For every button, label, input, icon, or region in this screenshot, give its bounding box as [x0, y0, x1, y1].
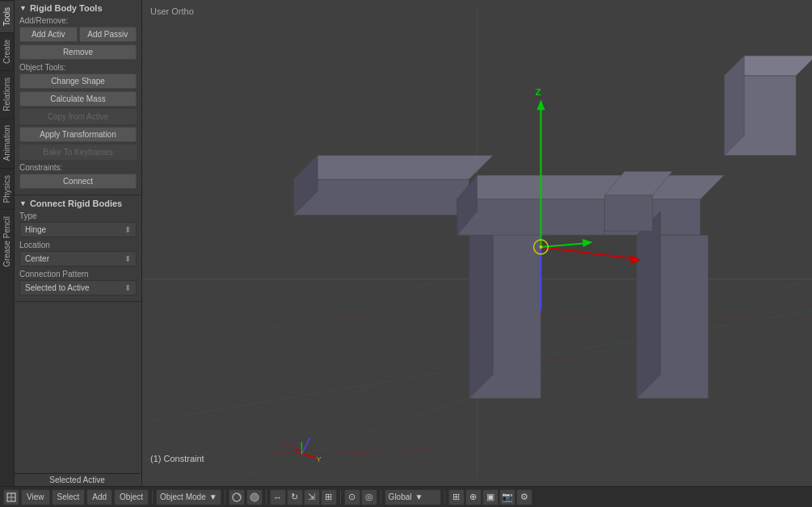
viewport-shading-icon[interactable] — [229, 489, 245, 505]
add-active-button[interactable]: Add Activ — [19, 27, 78, 42]
selected-active-label: Selected Active — [15, 473, 140, 486]
location-arrows-icon: ⬍ — [124, 254, 131, 263]
rigid-body-tools-label: Rigid Body Tools — [30, 3, 103, 13]
connect-rigid-bodies-header[interactable]: ▼ Connect Rigid Bodies — [19, 199, 137, 208]
global-select[interactable]: Global ▼ — [385, 489, 441, 505]
view-button[interactable]: View — [21, 489, 50, 505]
add-passive-button[interactable]: Add Passiv — [79, 27, 137, 42]
apply-transformation-row: Apply Transformation — [19, 127, 137, 142]
vertical-tabs: Tools Create Relations Animation Physics… — [0, 0, 15, 486]
rotate-icon[interactable]: ↻ — [287, 489, 303, 505]
connection-pattern-select[interactable]: Selected to Active ⬍ — [19, 280, 137, 295]
translate-icon[interactable]: ↔ — [270, 489, 286, 505]
snap-icon[interactable]: ⊙ — [344, 489, 360, 505]
svg-marker-35 — [637, 212, 661, 399]
calculate-mass-row: Calculate Mass — [19, 91, 137, 107]
bake-to-keyframes-button[interactable]: Bake To Keyframes — [19, 145, 137, 160]
add-remove-label: Add/Remove: — [19, 16, 137, 25]
tab-create[interactable]: Create — [0, 32, 14, 70]
mode-arrow-icon: ▼ — [209, 492, 217, 501]
tab-tools[interactable]: Tools — [0, 0, 14, 32]
constraint-label: (1) Constraint — [150, 454, 204, 463]
change-shape-row: Change Shape — [19, 73, 137, 89]
overlay-icons: ⊞ ⊕ ▣ 📷 ⚙ — [448, 489, 532, 505]
scene-svg: Z Y — [142, 0, 812, 486]
separator-5 — [381, 490, 381, 505]
proportional-icon[interactable]: ◎ — [361, 489, 377, 505]
svg-text:Y: Y — [316, 455, 322, 463]
svg-point-53 — [539, 245, 542, 249]
type-select[interactable]: Hinge ⬍ — [19, 222, 137, 237]
type-arrows-icon: ⬍ — [124, 225, 131, 234]
left-panel: ▼ Rigid Body Tools Add/Remove: Add Activ… — [15, 0, 142, 486]
crb-arrow-icon: ▼ — [19, 199, 27, 207]
overlay-icon[interactable]: ⊞ — [448, 489, 465, 505]
gizmo-icon[interactable]: ⊕ — [465, 489, 482, 505]
svg-marker-27 — [294, 179, 469, 215]
location-value: Center — [25, 254, 49, 263]
connect-row: Connect — [19, 174, 137, 189]
copy-from-active-button[interactable]: Copy from Active — [19, 109, 137, 124]
connect-rigid-bodies-label: Connect Rigid Bodies — [30, 199, 122, 208]
separator-2 — [225, 490, 225, 505]
svg-marker-42 — [604, 195, 652, 231]
connection-pattern-value: Selected to Active — [25, 283, 90, 292]
connection-pattern-arrows-icon: ⬍ — [124, 283, 131, 292]
transform-icon[interactable]: ⊞ — [321, 489, 337, 505]
settings-icon[interactable]: ⚙ — [516, 489, 532, 505]
rigid-body-tools-section: ▼ Rigid Body Tools Add/Remove: Add Activ… — [15, 0, 141, 195]
tab-grease-pencil[interactable]: Grease Pencil — [0, 209, 14, 274]
copy-from-active-row: Copy from Active — [19, 109, 137, 124]
remove-button[interactable]: Remove — [19, 44, 137, 60]
rigid-body-tools-header[interactable]: ▼ Rigid Body Tools — [19, 3, 137, 13]
connect-button[interactable]: Connect — [19, 174, 137, 189]
separator-6 — [444, 490, 445, 505]
scene-icon[interactable] — [3, 489, 19, 505]
calculate-mass-button[interactable]: Calculate Mass — [19, 91, 137, 107]
bake-to-keyframes-row: Bake To Keyframes — [19, 145, 137, 160]
viewport[interactable]: User Ortho — [142, 0, 812, 486]
transform-icons: ↔ ↻ ⇲ ⊞ — [270, 489, 337, 505]
global-label: Global — [389, 492, 412, 501]
snap-icons: ⊙ ◎ — [344, 489, 377, 505]
tab-physics[interactable]: Physics — [0, 168, 14, 209]
separator-3 — [266, 490, 267, 505]
camera-icon[interactable]: 📷 — [499, 489, 515, 505]
object-mode-select[interactable]: Object Mode ▼ — [156, 489, 221, 505]
change-shape-button[interactable]: Change Shape — [19, 73, 137, 89]
svg-marker-28 — [294, 155, 494, 179]
object-tools-label: Object Tools: — [19, 63, 137, 72]
connection-pattern-label: Connection Pattern — [19, 270, 137, 279]
tab-animation[interactable]: Animation — [0, 118, 14, 167]
svg-text:Z: Z — [536, 86, 541, 98]
object-button[interactable]: Object — [114, 489, 149, 505]
apply-transformation-button[interactable]: Apply Transformation — [19, 127, 137, 142]
separator-4 — [340, 490, 341, 505]
viewport-display-icon[interactable] — [246, 489, 263, 505]
separator-1 — [152, 490, 153, 505]
constraints-label: Constraints: — [19, 163, 137, 172]
bottom-toolbar: View Select Add Object Object Mode ▼ ↔ ↻… — [0, 486, 812, 507]
viewport-label: User Ortho — [150, 6, 194, 16]
add-remove-row: Add Activ Add Passiv — [19, 27, 137, 42]
type-value: Hinge — [25, 225, 46, 234]
location-label: Location — [19, 241, 137, 249]
tab-relations[interactable]: Relations — [0, 70, 14, 118]
scale-icon[interactable]: ⇲ — [304, 489, 320, 505]
global-arrow-icon: ▼ — [415, 492, 423, 501]
location-select[interactable]: Center ⬍ — [19, 251, 137, 266]
select-button[interactable]: Select — [52, 489, 86, 505]
arrow-icon: ▼ — [19, 4, 27, 12]
type-label: Type — [19, 212, 137, 220]
object-mode-label: Object Mode — [160, 492, 206, 501]
render-icon[interactable]: ▣ — [482, 489, 499, 505]
svg-point-66 — [250, 493, 259, 501]
add-button[interactable]: Add — [86, 489, 112, 505]
svg-marker-39 — [457, 199, 605, 235]
connect-rigid-bodies-section: ▼ Connect Rigid Bodies Type Hinge ⬍ Loca… — [15, 195, 141, 302]
remove-row: Remove — [19, 44, 137, 60]
